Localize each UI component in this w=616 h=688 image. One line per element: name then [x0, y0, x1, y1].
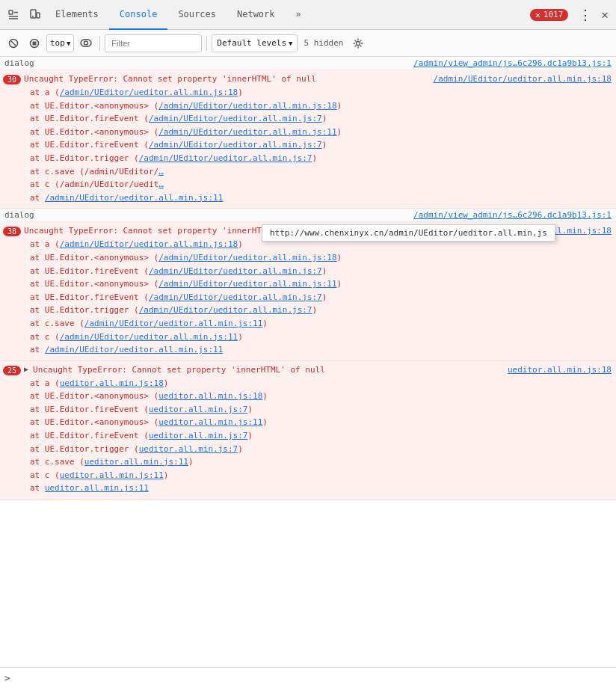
error-badge-30: 30	[3, 75, 21, 85]
stop-icon[interactable]	[25, 34, 43, 52]
info-row-1: dialog /admin/view_admin/js…6c296.dc1a9b…	[0, 57, 616, 70]
console-input[interactable]	[13, 673, 612, 683]
error-row-1: 30 Uncaught TypeError: Cannot set proper…	[0, 70, 616, 209]
stack-link[interactable]: /admin/UEditor/ueditor.all.min.js:18	[158, 101, 336, 111]
divider2	[206, 36, 207, 51]
stack-link[interactable]: /admin/UEditor/ueditor.all.min.js:18	[158, 253, 336, 262]
svg-point-13	[357, 41, 360, 45]
close-devtools-btn[interactable]: ✕	[597, 7, 613, 22]
stack-link[interactable]: /admin/UEditor/ueditor.all.min.js:7	[149, 292, 322, 302]
tab-sources[interactable]: Sources	[167, 0, 227, 30]
collapse-triangle[interactable]: ▶	[24, 365, 28, 373]
stack-link[interactable]: /admin/UEditor/ueditor.all.min.js:11	[45, 193, 223, 203]
error-file-link-3[interactable]: ueditor.all.min.js:18	[508, 365, 612, 375]
svg-point-12	[84, 41, 88, 45]
stack-link[interactable]: ueditor.all.min.js:18	[60, 378, 164, 388]
more-options-btn[interactable]: ⋮	[574, 7, 597, 22]
info-file-2[interactable]: /admin/view_admin/js…6c296.dc1a9b13.js:1	[413, 210, 612, 220]
svg-rect-10	[33, 41, 37, 45]
console-prompt: >	[4, 672, 10, 684]
error-row-3: 25 ▶ Uncaught TypeError: Cannot set prop…	[0, 361, 616, 500]
svg-rect-0	[9, 10, 13, 14]
console-output[interactable]: dialog /admin/view_admin/js…6c296.dc1a9b…	[0, 57, 616, 667]
tab-console[interactable]: Console	[109, 0, 168, 30]
error-count-badge[interactable]: ✕ 1017	[530, 9, 569, 21]
stack-link[interactable]: /admin/UEditor/ueditor.all.min.js:7	[149, 266, 322, 276]
filter-input[interactable]	[105, 34, 202, 52]
error-file-link-2[interactable]: /admin/UEditor/ueditor.all.min.js:18	[434, 226, 612, 236]
stack-link[interactable]: /admin/UEditor/ueditor.all.min.js:11	[45, 345, 223, 354]
divider	[99, 36, 100, 51]
eye-btn[interactable]	[77, 34, 95, 52]
inspect-element-btn[interactable]	[3, 4, 24, 25]
error-stack-1: at a (/admin/UEditor/ueditor.all.min.js:…	[0, 85, 616, 206]
info-dialog-2: dialog	[4, 210, 34, 220]
settings-btn[interactable]	[349, 34, 367, 52]
stack-link[interactable]: /admin/UEditor/ueditor.all.min.js:11	[84, 319, 262, 328]
error-x-icon: ✕	[535, 10, 540, 20]
error-file-link-1[interactable]: /admin/UEditor/ueditor.all.min.js:18	[434, 74, 612, 84]
default-levels-label: Default levels	[217, 38, 286, 48]
stack-link[interactable]: /admin/UEditor/ueditor.all.min.js:11	[60, 332, 238, 342]
default-levels-btn[interactable]: Default levels ▼	[212, 34, 298, 52]
hidden-count-badge: 5 hidden	[301, 38, 346, 48]
svg-line-8	[11, 41, 16, 46]
stack-link[interactable]: ueditor.all.min.js:11	[84, 457, 188, 467]
error-row-2: 38 Uncaught TypeError: Cannot set proper…	[0, 222, 616, 360]
tab-elements[interactable]: Elements	[45, 0, 109, 30]
console-input-row: >	[0, 667, 616, 688]
error-message-1: Uncaught TypeError: Cannot set property …	[24, 74, 425, 84]
svg-point-11	[81, 40, 91, 47]
chevron-down-icon: ▼	[67, 40, 70, 47]
stack-link[interactable]: ueditor.all.min.js:11	[60, 470, 164, 480]
stack-link[interactable]: /admin/UEditor/ueditor.all.min.js:18	[60, 87, 238, 97]
stack-link[interactable]: /admin/UEditor/ueditor.all.min.js:7	[149, 140, 322, 150]
info-dialog-1: dialog	[4, 58, 34, 68]
error-message-2: Uncaught TypeError: Cannot set property …	[24, 226, 425, 236]
console-toolbar: top ▼ Default levels ▼ 5 hidden	[0, 30, 616, 57]
info-file-1[interactable]: /admin/view_admin/js…6c296.dc1a9b13.js:1	[413, 58, 612, 68]
context-selector[interactable]: top ▼	[46, 34, 74, 52]
stack-link[interactable]: ueditor.all.min.js:18	[158, 391, 262, 401]
context-label: top	[50, 38, 65, 48]
stack-link[interactable]: ueditor.all.min.js:11	[158, 417, 262, 427]
error-badge-38: 38	[3, 227, 21, 236]
tab-network[interactable]: Network	[227, 0, 286, 30]
info-row-2: dialog /admin/view_admin/js…6c296.dc1a9b…	[0, 209, 616, 222]
devtools-toolbar: Elements Console Sources Network » ✕ 101…	[0, 0, 616, 30]
stack-link[interactable]: ueditor.all.min.js:7	[149, 431, 247, 440]
stack-link[interactable]: ueditor.all.min.js:7	[139, 444, 238, 454]
stack-link[interactable]: ueditor.all.min.js:11	[45, 483, 149, 493]
clear-console-btn[interactable]	[4, 34, 22, 52]
stack-link[interactable]: /admin/UEditor/ueditor.all.min.js:11	[158, 127, 336, 137]
error-stack-3: at a (ueditor.all.min.js:18) at UE.Edito…	[0, 376, 616, 497]
stack-link[interactable]: /admin/UEditor/ueditor.all.min.js:11	[158, 279, 336, 289]
stack-link[interactable]: /admin/UEditor/ueditor.all.min.js:7	[149, 114, 322, 123]
error-badge-25: 25	[3, 366, 21, 375]
device-toolbar-btn[interactable]	[24, 4, 45, 25]
stack-link[interactable]: ueditor.all.min.js:7	[149, 405, 247, 414]
svg-rect-5	[37, 13, 40, 18]
error-message-3: Uncaught TypeError: Cannot set property …	[33, 365, 499, 375]
chevron-down-icon2: ▼	[289, 40, 292, 47]
tab-more[interactable]: »	[286, 0, 312, 30]
stack-link[interactable]: /admin/UEditor/ueditor.all.min.js:7	[139, 153, 312, 163]
error-stack-2: at a (/admin/UEditor/ueditor.all.min.js:…	[0, 237, 616, 358]
stack-link[interactable]: /admin/UEditor/ueditor.all.min.js:18	[60, 239, 238, 249]
stack-link[interactable]: /admin/UEditor/ueditor.all.min.js:7	[139, 305, 312, 315]
